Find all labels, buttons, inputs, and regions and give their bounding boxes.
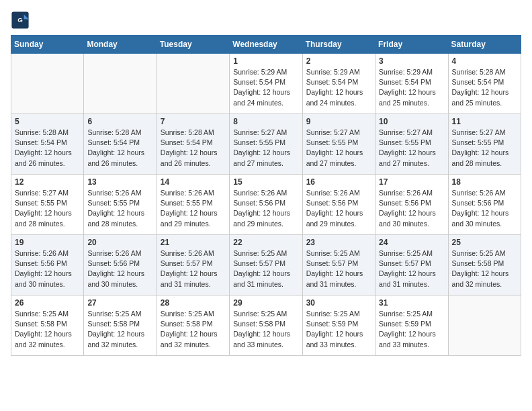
- day-number: 3: [379, 56, 444, 66]
- day-number: 12: [15, 177, 80, 187]
- cell-content: Sunrise: 5:26 AM Sunset: 5:55 PM Dayligh…: [87, 188, 152, 229]
- calendar-cell: 24Sunrise: 5:25 AM Sunset: 5:57 PM Dayli…: [375, 235, 448, 295]
- cell-content: Sunrise: 5:26 AM Sunset: 5:57 PM Dayligh…: [161, 248, 226, 289]
- cell-content: Sunrise: 5:25 AM Sunset: 5:58 PM Dayligh…: [452, 248, 517, 289]
- day-number: 28: [161, 298, 226, 308]
- calendar-week-row: 26Sunrise: 5:25 AM Sunset: 5:58 PM Dayli…: [11, 295, 521, 356]
- day-number: 2: [306, 56, 371, 66]
- day-header-tuesday: Tuesday: [157, 36, 229, 54]
- cell-content: Sunrise: 5:26 AM Sunset: 5:56 PM Dayligh…: [306, 188, 371, 229]
- day-number: 11: [452, 117, 517, 126]
- cell-content: Sunrise: 5:25 AM Sunset: 5:58 PM Dayligh…: [15, 309, 80, 350]
- cell-content: Sunrise: 5:27 AM Sunset: 5:55 PM Dayligh…: [452, 128, 517, 169]
- calendar-cell: 14Sunrise: 5:26 AM Sunset: 5:55 PM Dayli…: [157, 175, 229, 235]
- day-number: 5: [15, 117, 80, 126]
- calendar-cell: 26Sunrise: 5:25 AM Sunset: 5:58 PM Dayli…: [11, 295, 84, 356]
- day-number: 25: [452, 238, 517, 247]
- calendar-cell: 23Sunrise: 5:25 AM Sunset: 5:57 PM Dayli…: [302, 235, 375, 295]
- day-header-wednesday: Wednesday: [230, 36, 302, 54]
- calendar-cell: 12Sunrise: 5:27 AM Sunset: 5:55 PM Dayli…: [11, 175, 84, 235]
- calendar-cell: 16Sunrise: 5:26 AM Sunset: 5:56 PM Dayli…: [302, 175, 375, 235]
- calendar-cell: 7Sunrise: 5:28 AM Sunset: 5:54 PM Daylig…: [157, 114, 229, 175]
- day-header-sunday: Sunday: [11, 36, 84, 54]
- day-header-monday: Monday: [84, 36, 157, 54]
- calendar-cell: 4Sunrise: 5:28 AM Sunset: 5:54 PM Daylig…: [448, 54, 521, 114]
- calendar-cell: 13Sunrise: 5:26 AM Sunset: 5:55 PM Dayli…: [84, 175, 157, 235]
- calendar-cell: 11Sunrise: 5:27 AM Sunset: 5:55 PM Dayli…: [448, 114, 521, 175]
- calendar-cell: 18Sunrise: 5:26 AM Sunset: 5:56 PM Dayli…: [448, 175, 521, 235]
- calendar-cell: [11, 54, 84, 114]
- cell-content: Sunrise: 5:28 AM Sunset: 5:54 PM Dayligh…: [87, 128, 152, 169]
- day-number: 19: [15, 238, 80, 247]
- day-header-saturday: Saturday: [448, 36, 521, 54]
- day-number: 10: [379, 117, 444, 126]
- svg-text:G: G: [17, 16, 23, 24]
- calendar-cell: 31Sunrise: 5:25 AM Sunset: 5:59 PM Dayli…: [375, 295, 448, 356]
- cell-content: Sunrise: 5:29 AM Sunset: 5:54 PM Dayligh…: [306, 67, 371, 108]
- calendar-cell: [157, 54, 229, 114]
- calendar-cell: [448, 295, 521, 356]
- calendar-cell: 15Sunrise: 5:26 AM Sunset: 5:56 PM Dayli…: [230, 175, 302, 235]
- day-number: 7: [161, 117, 226, 126]
- calendar-cell: [84, 54, 157, 114]
- day-number: 26: [15, 298, 80, 308]
- calendar-cell: 5Sunrise: 5:28 AM Sunset: 5:54 PM Daylig…: [11, 114, 84, 175]
- day-number: 15: [233, 177, 298, 187]
- day-number: 6: [87, 117, 152, 126]
- day-number: 1: [233, 56, 298, 66]
- cell-content: Sunrise: 5:28 AM Sunset: 5:54 PM Dayligh…: [15, 128, 80, 169]
- cell-content: Sunrise: 5:29 AM Sunset: 5:54 PM Dayligh…: [379, 67, 444, 108]
- cell-content: Sunrise: 5:27 AM Sunset: 5:55 PM Dayligh…: [15, 188, 80, 229]
- cell-content: Sunrise: 5:26 AM Sunset: 5:56 PM Dayligh…: [379, 188, 444, 229]
- calendar-cell: 17Sunrise: 5:26 AM Sunset: 5:56 PM Dayli…: [375, 175, 448, 235]
- day-number: 24: [379, 238, 444, 247]
- calendar-cell: 10Sunrise: 5:27 AM Sunset: 5:55 PM Dayli…: [375, 114, 448, 175]
- day-number: 21: [161, 238, 226, 247]
- cell-content: Sunrise: 5:25 AM Sunset: 5:57 PM Dayligh…: [379, 248, 444, 289]
- day-number: 16: [306, 177, 371, 187]
- cell-content: Sunrise: 5:26 AM Sunset: 5:56 PM Dayligh…: [87, 248, 152, 289]
- day-header-thursday: Thursday: [302, 36, 375, 54]
- day-number: 18: [452, 177, 517, 187]
- cell-content: Sunrise: 5:25 AM Sunset: 5:59 PM Dayligh…: [306, 309, 371, 350]
- cell-content: Sunrise: 5:25 AM Sunset: 5:58 PM Dayligh…: [233, 309, 298, 350]
- day-number: 31: [379, 298, 444, 308]
- day-number: 9: [306, 117, 371, 126]
- day-number: 23: [306, 238, 371, 247]
- page-header: G: [11, 11, 521, 30]
- cell-content: Sunrise: 5:25 AM Sunset: 5:59 PM Dayligh…: [379, 309, 444, 350]
- day-number: 20: [87, 238, 152, 247]
- cell-content: Sunrise: 5:26 AM Sunset: 5:56 PM Dayligh…: [233, 188, 298, 229]
- cell-content: Sunrise: 5:26 AM Sunset: 5:56 PM Dayligh…: [15, 248, 80, 289]
- logo-icon: G: [11, 11, 30, 30]
- day-number: 8: [233, 117, 298, 126]
- calendar-cell: 19Sunrise: 5:26 AM Sunset: 5:56 PM Dayli…: [11, 235, 84, 295]
- calendar-cell: 3Sunrise: 5:29 AM Sunset: 5:54 PM Daylig…: [375, 54, 448, 114]
- cell-content: Sunrise: 5:26 AM Sunset: 5:55 PM Dayligh…: [161, 188, 226, 229]
- cell-content: Sunrise: 5:25 AM Sunset: 5:58 PM Dayligh…: [87, 309, 152, 350]
- calendar-cell: 30Sunrise: 5:25 AM Sunset: 5:59 PM Dayli…: [302, 295, 375, 356]
- cell-content: Sunrise: 5:28 AM Sunset: 5:54 PM Dayligh…: [452, 67, 517, 108]
- calendar-header-row: SundayMondayTuesdayWednesdayThursdayFrid…: [11, 36, 521, 54]
- calendar-week-row: 19Sunrise: 5:26 AM Sunset: 5:56 PM Dayli…: [11, 235, 521, 295]
- calendar-week-row: 1Sunrise: 5:29 AM Sunset: 5:54 PM Daylig…: [11, 54, 521, 114]
- cell-content: Sunrise: 5:27 AM Sunset: 5:55 PM Dayligh…: [306, 128, 371, 169]
- calendar-cell: 8Sunrise: 5:27 AM Sunset: 5:55 PM Daylig…: [230, 114, 302, 175]
- calendar-week-row: 5Sunrise: 5:28 AM Sunset: 5:54 PM Daylig…: [11, 114, 521, 175]
- cell-content: Sunrise: 5:29 AM Sunset: 5:54 PM Dayligh…: [233, 67, 298, 108]
- day-number: 27: [87, 298, 152, 308]
- day-number: 14: [161, 177, 226, 187]
- calendar-cell: 6Sunrise: 5:28 AM Sunset: 5:54 PM Daylig…: [84, 114, 157, 175]
- cell-content: Sunrise: 5:25 AM Sunset: 5:57 PM Dayligh…: [233, 248, 298, 289]
- cell-content: Sunrise: 5:25 AM Sunset: 5:58 PM Dayligh…: [161, 309, 226, 350]
- logo: G: [11, 11, 32, 30]
- calendar-week-row: 12Sunrise: 5:27 AM Sunset: 5:55 PM Dayli…: [11, 175, 521, 235]
- day-header-friday: Friday: [375, 36, 448, 54]
- cell-content: Sunrise: 5:28 AM Sunset: 5:54 PM Dayligh…: [161, 128, 226, 169]
- day-number: 13: [87, 177, 152, 187]
- day-number: 22: [233, 238, 298, 247]
- calendar-cell: 9Sunrise: 5:27 AM Sunset: 5:55 PM Daylig…: [302, 114, 375, 175]
- day-number: 17: [379, 177, 444, 187]
- calendar-cell: 1Sunrise: 5:29 AM Sunset: 5:54 PM Daylig…: [230, 54, 302, 114]
- calendar-cell: 25Sunrise: 5:25 AM Sunset: 5:58 PM Dayli…: [448, 235, 521, 295]
